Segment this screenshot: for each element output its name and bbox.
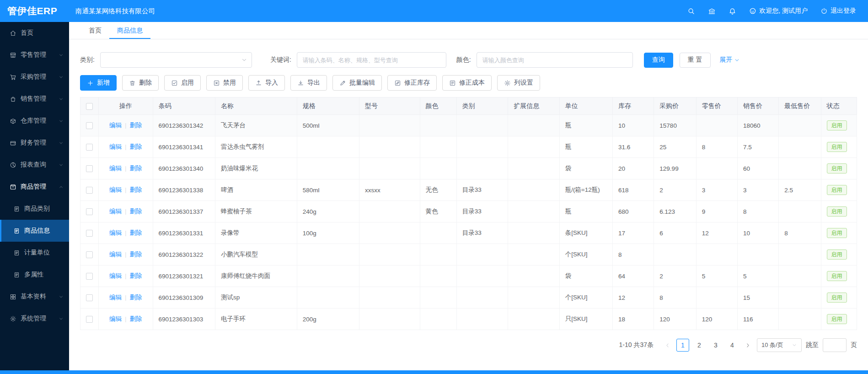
add-button[interactable]: 新增	[80, 75, 117, 91]
fix-cost-button[interactable]: 修正成本	[442, 75, 492, 91]
row-checkbox[interactable]	[86, 273, 93, 280]
row-checkbox[interactable]	[86, 144, 93, 151]
sidebar-item-purchase-mgmt[interactable]: 采购管理	[0, 66, 69, 88]
batch-edit-button[interactable]: 批量编辑	[332, 75, 382, 91]
sidebar-item-report-query[interactable]: 报表查询	[0, 154, 69, 176]
delete-link[interactable]: 删除	[130, 186, 142, 193]
fix-stock-button[interactable]: 修正库存	[387, 75, 437, 91]
delete-link[interactable]: 删除	[130, 122, 142, 129]
cell-unit: 瓶	[559, 115, 612, 136]
edit-link[interactable]: 编辑	[109, 143, 122, 150]
chart-icon	[10, 162, 16, 168]
cell-barcode: 6901236301331	[153, 222, 215, 244]
sidebar-item-sales-mgmt[interactable]: 销售管理	[0, 88, 69, 110]
page-size-select[interactable]: 10 条/页	[757, 338, 802, 352]
edit-link[interactable]: 编辑	[109, 251, 122, 258]
op-separator: |	[125, 143, 127, 150]
disable-button[interactable]: 禁用	[206, 75, 243, 91]
row-checkbox[interactable]	[86, 208, 93, 215]
prev-page-button[interactable]	[662, 339, 672, 352]
edit-link[interactable]: 编辑	[109, 229, 122, 236]
page-button-4[interactable]: 4	[726, 339, 739, 352]
sidebar-item-retail-mgmt[interactable]: 零售管理	[0, 44, 69, 66]
row-checkbox[interactable]	[86, 122, 93, 129]
bag-icon	[10, 96, 16, 103]
bank-icon[interactable]	[708, 7, 716, 15]
cell-retail: 9	[696, 201, 737, 222]
sidebar-item-goods-info[interactable]: 商品信息	[0, 220, 69, 242]
sidebar-item-goods-category[interactable]: 商品类别	[0, 198, 69, 220]
import-button[interactable]: 导入	[248, 75, 285, 91]
row-checkbox[interactable]	[86, 187, 93, 194]
sidebar-item-measure-unit[interactable]: 计量单位	[0, 242, 69, 264]
jump-page-input[interactable]	[823, 338, 847, 352]
select-all-checkbox[interactable]	[86, 103, 93, 110]
select-all-cell	[80, 98, 99, 115]
logout-button[interactable]: 退出登录	[820, 7, 856, 15]
sidebar-item-goods-mgmt[interactable]: 商品管理	[0, 176, 69, 198]
expand-link[interactable]: 展开	[720, 56, 740, 64]
edit-link[interactable]: 编辑	[109, 208, 122, 215]
sidebar-item-system-mgmt[interactable]: 系统管理	[0, 308, 69, 330]
bell-icon[interactable]	[729, 7, 736, 15]
cell-unit: 个[SKU]	[559, 287, 612, 309]
category-select[interactable]	[100, 52, 252, 68]
sidebar-item-multi-attribute[interactable]: 多属性	[0, 264, 69, 286]
box-icon	[10, 118, 16, 125]
search-button[interactable]: 查询	[644, 53, 673, 68]
color-input[interactable]	[477, 52, 633, 68]
cell-min	[779, 266, 821, 287]
keyword-input[interactable]	[297, 52, 446, 68]
delete-button[interactable]: 删除	[122, 75, 159, 91]
row-checkbox[interactable]	[86, 294, 93, 301]
enable-button[interactable]: 启用	[164, 75, 201, 91]
page-button-2[interactable]: 2	[693, 339, 706, 352]
edit-link[interactable]: 编辑	[109, 122, 122, 129]
edit-link[interactable]: 编辑	[109, 186, 122, 193]
edit-link[interactable]: 编辑	[109, 272, 122, 279]
cell-unit: 瓶	[559, 136, 612, 158]
page-button-1[interactable]: 1	[676, 339, 689, 352]
sidebar-item-warehouse-mgmt[interactable]: 仓库管理	[0, 110, 69, 132]
delete-link[interactable]: 删除	[130, 229, 142, 236]
page-button-3[interactable]: 3	[709, 339, 722, 352]
row-checkbox[interactable]	[86, 165, 93, 172]
tab-home[interactable]: 首页	[81, 22, 109, 39]
edit-link[interactable]: 编辑	[109, 294, 122, 301]
delete-link[interactable]: 删除	[130, 272, 142, 279]
edit-link[interactable]: 编辑	[109, 165, 122, 172]
product-row: 编辑|删除6901236301340奶油味爆米花袋20129.9960启用	[80, 158, 857, 179]
delete-link[interactable]: 删除	[130, 208, 142, 215]
welcome-user[interactable]: 欢迎您, 测试用户	[749, 7, 808, 15]
footer-bar	[0, 370, 868, 374]
logout-label: 退出登录	[830, 7, 856, 15]
delete-link[interactable]: 删除	[130, 251, 142, 258]
product-row: 编辑|删除6901236301303电子手环200g只[SKU]18120120…	[80, 309, 857, 330]
row-checkbox[interactable]	[86, 316, 93, 323]
row-checkbox[interactable]	[86, 251, 93, 258]
cell-model	[359, 244, 420, 266]
sidebar-item-home[interactable]: 首页	[0, 22, 69, 44]
export-button[interactable]: 导出	[290, 75, 327, 91]
chevron-up-icon	[59, 184, 64, 190]
next-page-button[interactable]	[743, 339, 753, 352]
edit-link[interactable]: 编辑	[109, 315, 122, 322]
status-badge: 启用	[827, 314, 847, 324]
delete-link[interactable]: 删除	[130, 143, 142, 150]
cell-sale: 5	[737, 266, 778, 287]
cell-sale: 7.5	[737, 136, 778, 158]
sidebar-item-finance-mgmt[interactable]: 财务管理	[0, 132, 69, 154]
search-icon[interactable]	[687, 7, 695, 15]
reset-button[interactable]: 重 置	[680, 53, 711, 68]
app-window: 管伊佳ERP 南通某某网络科技有限公司 欢迎您, 测试用户 退出登录 首页零售管…	[0, 0, 868, 374]
delete-link[interactable]: 删除	[130, 165, 142, 172]
tab-goods-info[interactable]: 商品信息	[109, 22, 150, 39]
products-table: 操作条码名称规格型号颜色类别扩展信息单位库存采购价零售价销售价最低售价状态 编辑…	[80, 97, 857, 330]
cell-unit: 袋	[559, 158, 612, 179]
column-settings-button[interactable]: 列设置	[497, 75, 540, 91]
sidebar-item-basic-data[interactable]: 基本资料	[0, 286, 69, 308]
delete-link[interactable]: 删除	[130, 294, 142, 301]
expand-label: 展开	[720, 56, 733, 64]
delete-link[interactable]: 删除	[130, 315, 142, 322]
row-checkbox[interactable]	[86, 230, 93, 237]
